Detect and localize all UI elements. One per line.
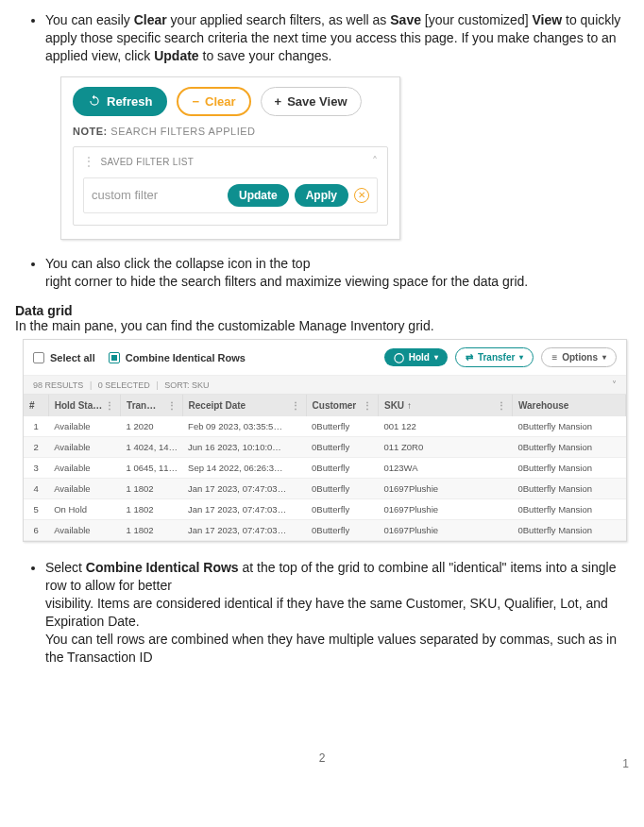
chevron-up-icon: ˄ xyxy=(372,155,378,168)
text: Select xyxy=(45,560,86,575)
apply-button[interactable]: Apply xyxy=(295,184,348,207)
cell-customer: 0Butterfly xyxy=(306,479,378,499)
text: You can also click the collapse icon in … xyxy=(45,256,310,271)
save-view-button[interactable]: + Save View xyxy=(261,87,362,116)
cell-warehouse: 0Butterfly Mansion xyxy=(512,458,625,479)
col-warehouse[interactable]: Warehouse xyxy=(512,395,625,416)
cell-tran: 1 1802 xyxy=(121,499,182,520)
col-idx[interactable]: # xyxy=(24,395,48,416)
text: visibility. Items are considered identic… xyxy=(45,596,608,629)
select-all-label: Select all xyxy=(50,352,95,363)
note-label: NOTE: xyxy=(73,126,108,137)
table-row[interactable]: 1Available1 2020Feb 09 2023, 03:35:5…0Bu… xyxy=(24,416,626,437)
cell-sku: 001 122 xyxy=(378,416,512,437)
filter-name-input[interactable]: custom filter xyxy=(92,188,222,202)
bullet-collapse: You can also click the collapse icon in … xyxy=(45,255,629,291)
table-row[interactable]: 3Available1 0645, 11…Sep 14 2022, 06:26:… xyxy=(24,458,626,479)
bullet-clear-save: You can easily Clear your applied search… xyxy=(45,11,629,65)
col-menu-icon: ⋮ xyxy=(363,400,372,411)
table-header-row: # Hold Sta…⋮ Tran…⋮ Receipt Date⋮ Custom… xyxy=(24,395,626,416)
note-text: SEARCH FILTERS APPLIED xyxy=(110,126,255,137)
section-heading-data-grid: Data grid xyxy=(15,303,629,318)
select-all-control[interactable]: Select all xyxy=(33,352,95,363)
refresh-button[interactable]: Refresh xyxy=(73,87,167,116)
cell-sku: 01697Plushie xyxy=(378,499,512,520)
refresh-label: Refresh xyxy=(107,94,152,109)
filter-button-row: Refresh − Clear + Save View xyxy=(73,87,388,116)
col-transaction[interactable]: Tran…⋮ xyxy=(121,395,182,416)
filter-panel: Refresh − Clear + Save View NOTE: SEARCH… xyxy=(60,76,400,240)
clear-label: Clear xyxy=(205,94,236,109)
col-menu-icon: ⋮ xyxy=(167,400,177,411)
cell-tran: 1 2020 xyxy=(121,416,182,437)
transfer-label: Transfer xyxy=(478,352,515,363)
text: [your customized] xyxy=(421,12,533,27)
cell-customer: 0Butterfly xyxy=(306,437,378,458)
table-row[interactable]: 5On Hold1 1802Jan 17 2023, 07:47:03…0But… xyxy=(24,499,626,520)
kw-update: Update xyxy=(154,48,198,63)
table-row[interactable]: 4Available1 1802Jan 17 2023, 07:47:03…0B… xyxy=(24,479,626,499)
cell-sku: 0123WA xyxy=(378,458,512,479)
cell-warehouse: 0Butterfly Mansion xyxy=(512,479,625,499)
cell-idx: 2 xyxy=(24,437,48,458)
col-receipt-date[interactable]: Receipt Date⋮ xyxy=(182,395,306,416)
cell-date: Sep 14 2022, 06:26:3… xyxy=(182,458,306,479)
kw-view: View xyxy=(532,12,562,27)
hold-button[interactable]: ◯ Hold ▾ xyxy=(384,348,448,366)
inventory-grid: Select all Combine Identical Rows ◯ Hold… xyxy=(23,339,627,542)
page-number-center: 2 xyxy=(319,751,326,765)
col-hold-status[interactable]: Hold Sta…⋮ xyxy=(48,395,120,416)
plus-icon: + xyxy=(275,94,282,109)
cell-date: Feb 09 2023, 03:35:5… xyxy=(182,416,306,437)
collapse-meta-icon[interactable]: ˅ xyxy=(612,380,617,390)
selected-count: 0 SELECTED xyxy=(98,380,150,390)
cell-hold: Available xyxy=(48,416,120,437)
sort-value: SKU xyxy=(192,380,210,390)
delete-filter-button[interactable]: ✕ xyxy=(354,188,369,203)
cell-date: Jun 16 2023, 10:10:0… xyxy=(182,437,306,458)
saved-filter-title: SAVED FILTER LIST xyxy=(100,157,194,167)
section-sub: In the main pane, you can find the custo… xyxy=(15,318,629,333)
sort-asc-icon: ↑ xyxy=(407,400,412,411)
transfer-icon: ⇄ xyxy=(466,352,473,363)
cell-customer: 0Butterfly xyxy=(306,499,378,520)
text: to save your changes. xyxy=(199,48,332,63)
cell-idx: 3 xyxy=(24,458,48,479)
cell-hold: On Hold xyxy=(48,499,120,520)
clear-button[interactable]: − Clear xyxy=(177,87,250,116)
col-sku[interactable]: SKU ↑⋮ xyxy=(378,395,512,416)
cell-customer: 0Butterfly xyxy=(306,458,378,479)
kw-combine: Combine Identical Rows xyxy=(86,560,239,575)
combine-rows-control[interactable]: Combine Identical Rows xyxy=(109,352,246,363)
filters-applied-note: NOTE: SEARCH FILTERS APPLIED xyxy=(73,126,388,137)
text: You can tell rows are combined when they… xyxy=(45,632,617,665)
cell-sku: 011 Z0R0 xyxy=(378,437,512,458)
caret-down-icon: ▾ xyxy=(434,353,438,362)
cell-hold: Available xyxy=(48,479,120,499)
hold-label: Hold xyxy=(409,352,430,363)
cell-sku: 01697Plushie xyxy=(378,479,512,499)
col-menu-icon: ⋮ xyxy=(291,400,300,411)
grid-meta-bar: 98 RESULTS | 0 SELECTED | SORT: SKU ˅ xyxy=(24,376,626,395)
saved-filter-header[interactable]: ⋮ SAVED FILTER LIST ˄ xyxy=(83,155,378,168)
kw-clear: Clear xyxy=(134,12,167,27)
results-count: 98 RESULTS xyxy=(33,380,83,390)
transfer-button[interactable]: ⇄ Transfer ▾ xyxy=(455,347,534,367)
cell-tran: 1 4024, 14… xyxy=(121,437,182,458)
cell-sku: 01697Plushie xyxy=(378,520,512,541)
sort-label: SORT: xyxy=(164,380,189,390)
update-button[interactable]: Update xyxy=(228,184,289,207)
col-menu-icon: ⋮ xyxy=(497,400,506,411)
separator: | xyxy=(156,380,158,390)
table-row[interactable]: 6Available1 1802Jan 17 2023, 07:47:03…0B… xyxy=(24,520,626,541)
cell-date: Jan 17 2023, 07:47:03… xyxy=(182,520,306,541)
cell-tran: 1 0645, 11… xyxy=(121,458,182,479)
cell-idx: 1 xyxy=(24,416,48,437)
cell-idx: 4 xyxy=(24,479,48,499)
page-number-right: 1 xyxy=(622,757,629,770)
table-row[interactable]: 2Available1 4024, 14…Jun 16 2023, 10:10:… xyxy=(24,437,626,458)
options-button[interactable]: ≡ Options ▾ xyxy=(541,347,617,367)
bullet-combine-rows: Select Combine Identical Rows at the top… xyxy=(45,559,629,666)
grid-toolbar: Select all Combine Identical Rows ◯ Hold… xyxy=(24,340,626,376)
col-customer[interactable]: Customer⋮ xyxy=(306,395,378,416)
